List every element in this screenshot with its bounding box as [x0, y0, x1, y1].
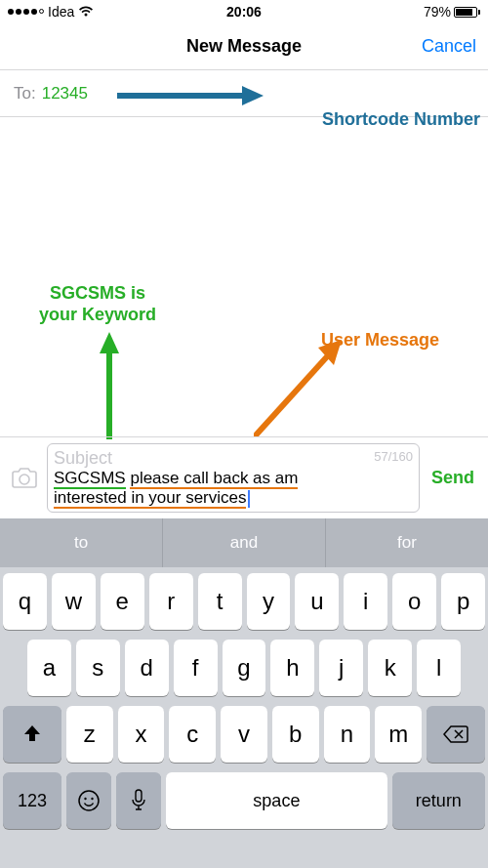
- key-row-4: 123 space return: [3, 772, 485, 829]
- status-bar: Idea 20:06 79%: [0, 0, 488, 23]
- key-rows: q w e r t y u i o p a s d f g h j k l z: [0, 567, 488, 868]
- key-o[interactable]: o: [392, 573, 436, 630]
- key-m[interactable]: m: [375, 706, 422, 763]
- emoji-icon: [77, 789, 101, 812]
- key-row-1: q w e r t y u i o p: [3, 573, 485, 630]
- key-e[interactable]: e: [101, 573, 144, 630]
- key-s[interactable]: s: [76, 640, 120, 696]
- carrier-label: Idea: [48, 4, 74, 20]
- key-y[interactable]: y: [247, 573, 291, 630]
- backspace-key[interactable]: [427, 706, 485, 763]
- key-a[interactable]: a: [27, 640, 71, 696]
- key-u[interactable]: u: [295, 573, 339, 630]
- key-f[interactable]: f: [174, 640, 218, 696]
- key-h[interactable]: h: [270, 640, 314, 696]
- svg-point-7: [79, 791, 99, 810]
- dictation-key[interactable]: [116, 772, 161, 829]
- svg-rect-10: [136, 790, 142, 802]
- arrow-up-icon: [98, 332, 121, 439]
- key-b[interactable]: b: [272, 706, 319, 763]
- shift-icon: [21, 723, 43, 745]
- key-t[interactable]: t: [198, 573, 242, 630]
- key-x[interactable]: x: [118, 706, 165, 763]
- return-key[interactable]: return: [392, 772, 485, 829]
- key-row-2: a s d f g h j k l: [3, 640, 485, 696]
- key-i[interactable]: i: [344, 573, 387, 630]
- camera-button[interactable]: [10, 468, 39, 489]
- numbers-key[interactable]: 123: [3, 772, 61, 829]
- wifi-icon: [78, 6, 94, 18]
- svg-marker-1: [242, 86, 264, 105]
- backspace-icon: [443, 724, 468, 744]
- annotation-keyword: SGCSMS isyour Keyword: [39, 283, 156, 325]
- status-right: 79%: [323, 4, 480, 20]
- to-number: 12345: [42, 84, 88, 103]
- signal-dots-icon: [8, 9, 44, 15]
- key-n[interactable]: n: [324, 706, 371, 763]
- microphone-icon: [131, 789, 146, 812]
- char-count: 57/160: [374, 449, 413, 464]
- text-cursor: [248, 490, 250, 508]
- suggestion-1[interactable]: to: [0, 518, 163, 567]
- message-text: SGCSMS please call back as aminterested …: [54, 469, 413, 509]
- subject-placeholder: Subject: [54, 448, 413, 469]
- status-left: Idea: [8, 4, 165, 20]
- to-field[interactable]: To: 12345 Shortcode Number: [0, 70, 488, 117]
- key-c[interactable]: c: [169, 706, 216, 763]
- key-d[interactable]: d: [125, 640, 169, 696]
- svg-point-9: [91, 798, 93, 800]
- status-time: 20:06: [165, 4, 322, 20]
- svg-line-5: [254, 353, 330, 437]
- camera-icon: [11, 468, 38, 489]
- battery-pct: 79%: [424, 4, 451, 20]
- key-j[interactable]: j: [319, 640, 363, 696]
- page-title: New Message: [186, 36, 302, 57]
- cancel-button[interactable]: Cancel: [422, 36, 476, 57]
- emoji-key[interactable]: [66, 772, 111, 829]
- svg-marker-2: [100, 332, 119, 353]
- key-z[interactable]: z: [66, 706, 113, 763]
- key-v[interactable]: v: [221, 706, 267, 763]
- key-r[interactable]: r: [149, 573, 193, 630]
- key-w[interactable]: w: [52, 573, 96, 630]
- svg-point-8: [84, 798, 86, 800]
- svg-point-6: [20, 475, 29, 484]
- key-row-3: z x c v b n m: [3, 706, 485, 763]
- compose-row: Subject 57/160 SGCSMS please call back a…: [0, 436, 488, 518]
- keyboard: to and for q w e r t y u i o p a s d f g…: [0, 518, 488, 868]
- battery-icon: [454, 7, 480, 18]
- suggestion-3[interactable]: for: [326, 518, 488, 567]
- shift-key[interactable]: [3, 706, 61, 763]
- send-button[interactable]: Send: [427, 468, 478, 488]
- key-k[interactable]: k: [368, 640, 412, 696]
- arrow-diagonal-icon: [254, 340, 342, 437]
- space-key[interactable]: space: [166, 772, 387, 829]
- navbar: New Message Cancel: [0, 23, 488, 70]
- key-l[interactable]: l: [417, 640, 461, 696]
- key-p[interactable]: p: [441, 573, 485, 630]
- to-label: To:: [14, 84, 36, 103]
- message-input[interactable]: Subject 57/160 SGCSMS please call back a…: [47, 443, 420, 514]
- suggestion-2[interactable]: and: [163, 518, 326, 567]
- arrow-right-icon: [117, 84, 264, 107]
- key-g[interactable]: g: [223, 640, 266, 696]
- suggestion-bar: to and for: [0, 518, 488, 567]
- key-q[interactable]: q: [3, 573, 47, 630]
